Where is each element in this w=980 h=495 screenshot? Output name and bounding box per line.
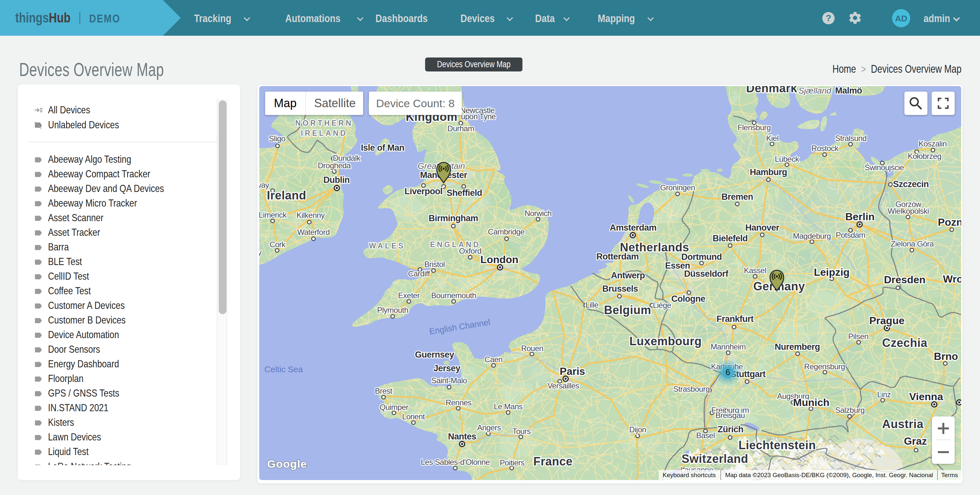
svg-text:Isle of Man: Isle of Man xyxy=(361,143,404,153)
svg-text:Kilkenny: Kilkenny xyxy=(297,211,325,220)
svg-text:Plymouth: Plymouth xyxy=(377,306,408,315)
svg-text:Poitiers: Poitiers xyxy=(500,458,525,467)
svg-text:Wrocł: Wrocł xyxy=(943,273,961,285)
svg-text:Liège: Liège xyxy=(653,301,671,310)
svg-text:Prague: Prague xyxy=(869,315,904,326)
svg-text:Zürich: Zürich xyxy=(718,425,743,434)
svg-text:Rennes: Rennes xyxy=(445,398,471,407)
svg-text:Brussels: Brussels xyxy=(602,284,638,294)
svg-text:Linz: Linz xyxy=(877,390,891,399)
svg-text:Świnoujście: Świnoujście xyxy=(864,163,904,172)
svg-text:Sligo: Sligo xyxy=(269,134,286,143)
svg-text:NORTHERN: NORTHERN xyxy=(295,119,353,127)
svg-text:Poznań: Poznań xyxy=(938,216,961,228)
svg-text:Dijon: Dijon xyxy=(629,425,646,434)
svg-text:upon Tyne: upon Tyne xyxy=(461,112,496,121)
svg-text:Potsdam: Potsdam xyxy=(835,231,865,240)
svg-text:Celtic Sea: Celtic Sea xyxy=(264,364,303,374)
svg-text:Rotterdam: Rotterdam xyxy=(597,252,639,262)
svg-text:Versailles: Versailles xyxy=(547,381,579,390)
svg-text:Salzburg: Salzburg xyxy=(835,406,865,414)
svg-text:Limerick: Limerick xyxy=(259,211,287,219)
svg-text:Zielona Góra: Zielona Góra xyxy=(891,240,934,248)
svg-text:Munich: Munich xyxy=(793,397,829,408)
svg-text:Cardiff: Cardiff xyxy=(408,269,430,278)
svg-text:Groningen: Groningen xyxy=(660,183,695,192)
svg-text:Hanover: Hanover xyxy=(745,223,780,233)
svg-text:Leipzig: Leipzig xyxy=(814,266,850,278)
svg-text:Tours: Tours xyxy=(512,427,531,436)
svg-text:Lübeck: Lübeck xyxy=(775,155,800,163)
svg-text:Luxembourg: Luxembourg xyxy=(629,335,702,348)
svg-text:IRELAND: IRELAND xyxy=(301,129,348,137)
svg-text:Bremen: Bremen xyxy=(721,192,753,202)
svg-text:Brest: Brest xyxy=(375,386,392,395)
svg-text:Rouen: Rouen xyxy=(521,344,543,353)
svg-text:Austria: Austria xyxy=(882,417,924,431)
svg-text:Exeter: Exeter xyxy=(398,291,420,300)
svg-text:Cologne: Cologne xyxy=(671,294,705,304)
svg-text:Sheffield: Sheffield xyxy=(447,188,482,198)
svg-text:Malmö: Malmö xyxy=(835,86,862,96)
svg-text:Düsseldorf: Düsseldorf xyxy=(684,269,729,279)
svg-text:Switzerland: Switzerland xyxy=(681,452,748,465)
svg-text:Dortmund: Dortmund xyxy=(681,252,722,262)
svg-text:Berlin: Berlin xyxy=(845,211,875,222)
svg-text:Quimper: Quimper xyxy=(380,403,409,412)
svg-text:Koszalin: Koszalin xyxy=(919,139,947,148)
svg-text:Kołobrzeg: Kołobrzeg xyxy=(908,152,941,160)
svg-text:France: France xyxy=(533,455,573,468)
svg-text:Cambridge: Cambridge xyxy=(488,227,525,236)
svg-text:Rostock: Rostock xyxy=(811,144,839,153)
svg-text:Saint-Malo: Saint-Malo xyxy=(431,376,467,385)
svg-text:lway: lway xyxy=(259,180,269,189)
svg-text:Les Sables-d'Olonne: Les Sables-d'Olonne xyxy=(421,458,490,466)
svg-text:Pilsen: Pilsen xyxy=(848,332,869,341)
svg-text:Kassel: Kassel xyxy=(744,266,766,275)
svg-text:Basel: Basel xyxy=(696,431,715,440)
svg-text:Dresden: Dresden xyxy=(884,274,926,286)
svg-text:Le Mans: Le Mans xyxy=(494,402,523,411)
svg-text:Brno: Brno xyxy=(934,350,958,362)
svg-text:Durham: Durham xyxy=(447,124,474,133)
svg-text:Nantes: Nantes xyxy=(448,432,476,441)
svg-text:Wielkopolski: Wielkopolski xyxy=(888,207,929,216)
svg-text:6: 6 xyxy=(725,367,730,377)
svg-text:Hamburg: Hamburg xyxy=(749,167,787,177)
svg-text:ENGLAND: ENGLAND xyxy=(430,240,480,249)
svg-text:Magdeburg: Magdeburg xyxy=(793,232,831,240)
svg-text:Guernsey: Guernsey xyxy=(415,350,454,359)
svg-text:Liverpool: Liverpool xyxy=(404,187,442,196)
svg-text:Mannheim: Mannheim xyxy=(711,342,746,351)
svg-text:Lille: Lille xyxy=(585,300,598,309)
svg-text:Breisgau: Breisgau xyxy=(716,411,745,420)
svg-text:Nuremberg: Nuremberg xyxy=(775,342,820,352)
svg-text:London: London xyxy=(480,254,518,265)
svg-text:Czechia: Czechia xyxy=(882,336,928,350)
svg-text:Ireland: Ireland xyxy=(267,189,306,202)
svg-text:Cork: Cork xyxy=(270,240,286,249)
svg-text:Szczecin: Szczecin xyxy=(893,179,929,189)
svg-text:Bielefeld: Bielefeld xyxy=(713,233,748,243)
svg-text:Stralsund: Stralsund xyxy=(835,134,867,142)
svg-text:Birmingham: Birmingham xyxy=(429,213,478,223)
svg-text:Lorient: Lorient xyxy=(402,412,425,421)
svg-text:Amsterdam: Amsterdam xyxy=(610,223,657,233)
svg-text:Belgium: Belgium xyxy=(604,303,651,317)
svg-text:Vienna: Vienna xyxy=(909,391,943,402)
svg-text:Paris: Paris xyxy=(560,366,585,377)
svg-text:Norwich: Norwich xyxy=(524,209,551,218)
svg-text:Sjælland: Sjælland xyxy=(798,86,832,96)
svg-text:Bournemouth: Bournemouth xyxy=(431,291,476,300)
svg-text:Graz: Graz xyxy=(904,435,927,447)
svg-text:Antwerp: Antwerp xyxy=(611,271,645,280)
svg-text:WALES: WALES xyxy=(369,242,405,250)
svg-text:y: y xyxy=(259,248,262,257)
svg-text:Angers: Angers xyxy=(477,423,501,432)
svg-text:Liechtenstein: Liechtenstein xyxy=(738,439,816,452)
svg-text:Bristol: Bristol xyxy=(424,260,445,268)
svg-text:Denmark: Denmark xyxy=(746,86,797,95)
svg-text:Strasbourg: Strasbourg xyxy=(673,385,710,393)
svg-text:Caen: Caen xyxy=(484,355,502,364)
svg-text:Kiel: Kiel xyxy=(766,134,778,142)
